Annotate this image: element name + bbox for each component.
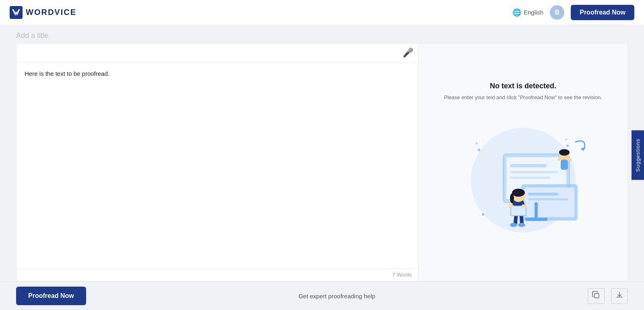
svg-rect-16 <box>528 193 558 196</box>
svg-point-26 <box>512 189 525 197</box>
no-text-title: No text is detected. <box>490 82 556 90</box>
svg-point-4 <box>566 145 569 147</box>
download-button[interactable] <box>611 288 628 304</box>
svg-rect-18 <box>535 202 538 218</box>
svg-rect-17 <box>528 198 568 200</box>
title-area <box>0 25 644 43</box>
proofread-now-header-button[interactable]: Proofread Now <box>571 5 634 20</box>
language-label: English <box>524 9 543 16</box>
language-selector[interactable]: 🌐 English <box>512 8 543 17</box>
no-text-illustration: + + <box>459 114 588 243</box>
svg-point-27 <box>510 193 514 203</box>
svg-text:+: + <box>565 136 568 142</box>
main-layout: 🎤 Here is the text to be proofread. 7 Wo… <box>0 25 644 310</box>
logo-text: WORDVICE <box>26 8 76 17</box>
proofread-now-main-button[interactable]: Proofread Now <box>16 287 86 305</box>
editor-footer: 7 Words <box>17 268 418 281</box>
document-title-input[interactable] <box>16 31 628 40</box>
svg-point-5 <box>482 213 484 216</box>
svg-rect-31 <box>522 204 526 208</box>
editor-panel: 🎤 Here is the text to be proofread. 7 Wo… <box>16 43 419 281</box>
svg-text:+: + <box>475 140 478 146</box>
copy-icon <box>592 291 600 301</box>
svg-rect-29 <box>511 206 526 215</box>
logo[interactable]: WORDVICE <box>10 6 76 19</box>
globe-icon: 🌐 <box>512 8 521 17</box>
word-count: 7 Words <box>392 272 412 278</box>
svg-point-24 <box>518 223 525 227</box>
header: WORDVICE 🌐 English B Proofread Now <box>0 0 644 25</box>
user-avatar[interactable]: B <box>550 5 564 20</box>
right-panel: No text is detected. Please enter your t… <box>419 43 628 281</box>
svg-rect-30 <box>509 204 514 208</box>
bottom-icons <box>588 288 628 304</box>
wordvice-logo-icon <box>10 6 23 19</box>
download-icon <box>615 291 623 301</box>
svg-rect-38 <box>594 293 599 298</box>
no-text-subtitle: Please enter your text and click "Proofr… <box>444 94 602 102</box>
suggestions-tab[interactable]: Suggestions <box>632 130 644 180</box>
expert-help-text: Get expert proofreading help <box>94 293 580 300</box>
svg-rect-34 <box>561 160 568 170</box>
bottom-bar: Proofread Now Get expert proofreading he… <box>0 281 644 310</box>
copy-button[interactable] <box>588 288 605 304</box>
svg-point-23 <box>510 223 517 227</box>
content-area: 🎤 Here is the text to be proofread. 7 Wo… <box>0 43 644 281</box>
svg-rect-15 <box>524 187 574 217</box>
svg-point-3 <box>478 149 480 151</box>
svg-rect-11 <box>510 164 547 167</box>
svg-rect-12 <box>510 171 559 173</box>
editor-textarea[interactable]: Here is the text to be proofread. <box>17 62 418 268</box>
editor-toolbar: 🎤 <box>17 44 418 62</box>
header-right: 🌐 English B Proofread Now <box>512 5 634 20</box>
svg-marker-37 <box>580 148 586 151</box>
svg-rect-13 <box>510 177 551 179</box>
microphone-icon[interactable]: 🎤 <box>402 48 413 58</box>
svg-rect-19 <box>525 218 547 221</box>
svg-point-33 <box>559 149 570 156</box>
